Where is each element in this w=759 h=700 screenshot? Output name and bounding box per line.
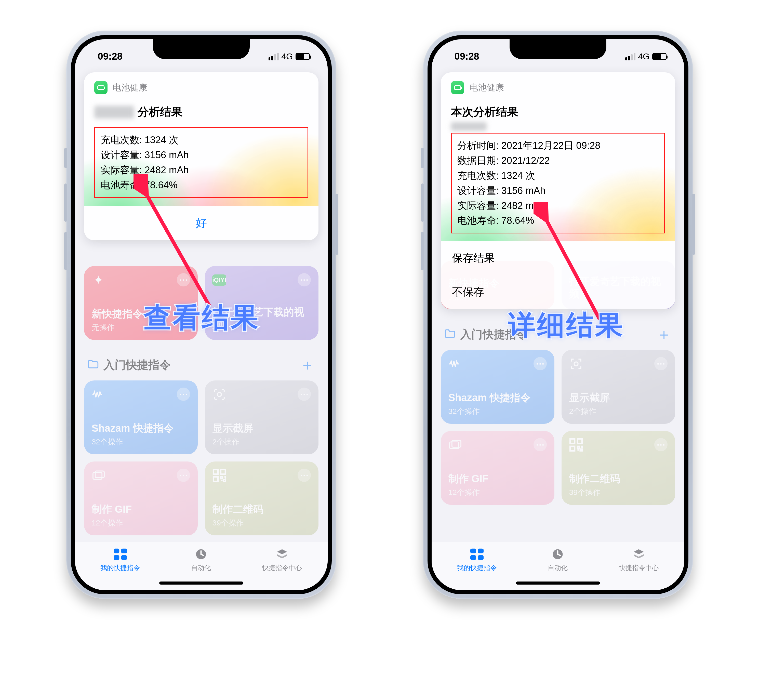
more-icon[interactable] bbox=[534, 438, 547, 451]
svg-rect-3 bbox=[213, 470, 218, 474]
ok-button[interactable]: 好 bbox=[84, 206, 319, 240]
tile-gif[interactable]: 制作 GIF 12个操作 bbox=[84, 461, 198, 535]
mute-switch[interactable] bbox=[421, 148, 424, 168]
tile-title: 制作二维码 bbox=[212, 503, 311, 515]
more-icon[interactable] bbox=[534, 357, 547, 370]
svg-rect-6 bbox=[114, 548, 119, 553]
qrcode-icon bbox=[212, 469, 226, 482]
network-label: 4G bbox=[281, 52, 293, 61]
volume-up-button[interactable] bbox=[421, 183, 424, 222]
svg-rect-14 bbox=[570, 439, 575, 444]
tab-my-shortcuts[interactable]: 我的快捷指令 bbox=[100, 548, 140, 572]
battery-icon bbox=[652, 53, 667, 60]
svg-rect-12 bbox=[450, 442, 458, 448]
tile-sub: 32个操作 bbox=[448, 406, 547, 417]
qrcode-icon bbox=[569, 438, 583, 452]
svg-rect-9 bbox=[121, 555, 127, 560]
phone-frame-left: 09:28 4G 新快捷指令 无操作 bbox=[66, 31, 336, 599]
tile-shazam[interactable]: Shazam 快捷指令 32个操作 bbox=[84, 380, 198, 454]
home-indicator[interactable] bbox=[516, 581, 600, 584]
dismiss-button[interactable]: 不保存 bbox=[441, 275, 675, 309]
home-indicator[interactable] bbox=[159, 581, 243, 584]
svg-rect-13 bbox=[452, 440, 461, 447]
annotation-caption: 查看结果 bbox=[144, 299, 260, 336]
tile-qrcode[interactable]: 制作二维码 39个操作 bbox=[562, 431, 675, 505]
section-title: 入门快捷指令 bbox=[103, 358, 171, 373]
network-label: 4G bbox=[638, 52, 650, 61]
hidden-text: hidden bbox=[94, 106, 134, 119]
camera-icon bbox=[212, 388, 226, 402]
line-charge-count: 充电次数: 1324 次 bbox=[101, 133, 302, 148]
images-icon bbox=[92, 469, 106, 482]
tile-sub: 32个操作 bbox=[92, 437, 190, 447]
result-title: hidden 分析结果 bbox=[94, 105, 308, 120]
svg-rect-8 bbox=[114, 555, 119, 560]
more-icon[interactable] bbox=[177, 273, 190, 286]
tile-screenshot[interactable]: 显示截屏 2个操作 bbox=[205, 380, 319, 454]
more-icon[interactable] bbox=[654, 357, 667, 370]
tab-automation[interactable]: 自动化 bbox=[548, 548, 568, 572]
line-data-date: 数据日期: 2021/12/22 bbox=[458, 153, 659, 168]
wand-icon bbox=[92, 273, 106, 287]
more-icon[interactable] bbox=[177, 388, 190, 401]
line-actual-capacity: 实际容量: 2482 mAh bbox=[458, 198, 659, 213]
tile-sub: 12个操作 bbox=[448, 487, 547, 498]
line-charge-count: 充电次数: 1324 次 bbox=[458, 168, 659, 183]
line-battery-life: 电池寿命: 78.64% bbox=[458, 213, 659, 228]
tile-title: 制作二维码 bbox=[569, 472, 667, 485]
tab-gallery[interactable]: 快捷指令中心 bbox=[262, 548, 302, 572]
volume-down-button[interactable] bbox=[421, 232, 424, 270]
signal-icon bbox=[625, 53, 636, 60]
line-design-capacity: 设计容量: 3156 mAh bbox=[458, 183, 659, 198]
add-icon[interactable]: ＋ bbox=[300, 355, 315, 375]
tab-gallery[interactable]: 快捷指令中心 bbox=[619, 548, 659, 572]
waveform-icon bbox=[92, 388, 106, 402]
power-button[interactable] bbox=[335, 194, 338, 255]
tile-title: 制作 GIF bbox=[448, 472, 547, 485]
add-icon[interactable]: ＋ bbox=[656, 324, 672, 345]
svg-rect-17 bbox=[470, 548, 476, 553]
line-design-capacity: 设计容量: 3156 mAh bbox=[101, 148, 302, 162]
tile-gif[interactable]: 制作 GIF 12个操作 bbox=[441, 431, 554, 505]
volume-up-button[interactable] bbox=[64, 183, 67, 222]
save-button[interactable]: 保存结果 bbox=[441, 241, 675, 275]
svg-rect-5 bbox=[213, 477, 218, 481]
svg-rect-7 bbox=[121, 548, 127, 553]
annotation-caption: 详细结果 bbox=[508, 307, 624, 344]
more-icon[interactable] bbox=[654, 438, 667, 451]
tile-qrcode[interactable]: 制作二维码 39个操作 bbox=[205, 461, 319, 535]
tile-title: Shazam 快捷指令 bbox=[92, 422, 190, 434]
line-analyzed-at: 分析时间: 2021年12月22日 09:28 bbox=[458, 138, 659, 153]
line-battery-life: 电池寿命: 78.64% bbox=[101, 178, 302, 193]
svg-rect-15 bbox=[577, 439, 582, 444]
tab-my-shortcuts[interactable]: 我的快捷指令 bbox=[457, 548, 497, 572]
more-icon[interactable] bbox=[298, 388, 311, 401]
svg-rect-1 bbox=[93, 472, 102, 479]
svg-point-11 bbox=[574, 362, 578, 366]
hidden-text bbox=[451, 122, 487, 131]
sheet-app-name: 电池健康 bbox=[112, 82, 147, 94]
waveform-icon bbox=[448, 357, 462, 371]
result-title: 本次分析结果 bbox=[451, 105, 665, 120]
svg-rect-2 bbox=[95, 471, 104, 478]
svg-rect-4 bbox=[221, 470, 225, 474]
more-icon[interactable] bbox=[177, 469, 190, 482]
more-icon[interactable] bbox=[298, 469, 311, 482]
tile-sub: 12个操作 bbox=[92, 518, 190, 528]
power-button[interactable] bbox=[692, 194, 695, 255]
camera-icon bbox=[569, 357, 583, 371]
svg-rect-19 bbox=[470, 555, 476, 560]
section-header: 入门快捷指令 ＋ bbox=[84, 347, 319, 380]
line-actual-capacity: 实际容量: 2482 mAh bbox=[101, 162, 302, 178]
notch bbox=[153, 39, 250, 59]
volume-down-button[interactable] bbox=[64, 232, 67, 270]
battery-icon bbox=[295, 53, 310, 60]
tile-screenshot[interactable]: 显示截屏 2个操作 bbox=[562, 350, 675, 424]
tile-title: 显示截屏 bbox=[212, 422, 311, 434]
tab-automation[interactable]: 自动化 bbox=[191, 548, 211, 572]
phone-frame-right: 09:28 4G 新快捷指令 无操作 bbox=[423, 31, 693, 599]
more-icon[interactable] bbox=[298, 273, 311, 286]
mute-switch[interactable] bbox=[64, 148, 67, 168]
tile-title: 显示截屏 bbox=[569, 391, 667, 404]
tile-shazam[interactable]: Shazam 快捷指令 32个操作 bbox=[441, 350, 554, 424]
